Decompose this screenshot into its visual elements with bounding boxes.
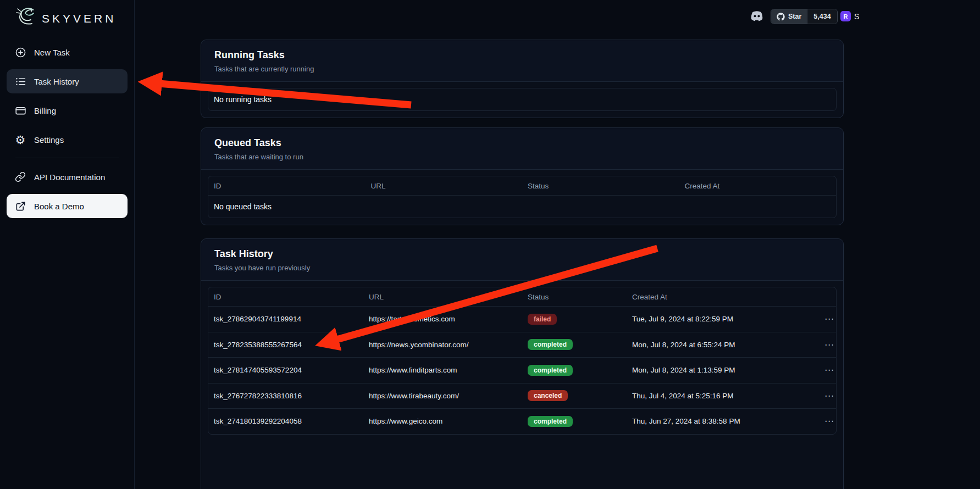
sidebar-nav: New Task Task History Billing ⚙ Settings [0, 40, 134, 218]
sidebar-item-label: Book a Demo [34, 202, 84, 211]
queued-tasks-header: Queued Tasks Tasks that are waiting to r… [201, 128, 843, 170]
card-subtitle: Tasks you have run previously [214, 264, 830, 272]
gear-icon: ⚙ [14, 134, 26, 146]
external-link-icon [14, 200, 26, 212]
task-row[interactable]: tsk_278629043741199914https://tartecosme… [208, 306, 836, 332]
task-status: completed [522, 416, 627, 427]
task-id: tsk_278147405593572204 [208, 366, 363, 374]
task-id: tsk_278629043741199914 [208, 315, 363, 323]
status-badge: completed [528, 365, 573, 376]
status-badge: failed [528, 314, 557, 325]
task-actions: ⋯ [819, 391, 837, 401]
task-created-at: Tue, Jul 9, 2024 at 8:22:59 PM [627, 315, 819, 323]
task-id: tsk_276727822333810816 [208, 392, 363, 400]
sidebar: SKYVERN New Task Task History [0, 0, 135, 489]
card-title: Running Tasks [214, 49, 830, 61]
task-row[interactable]: tsk_274180139292204058https://www.geico.… [208, 408, 836, 434]
sidebar-item-new-task[interactable]: New Task [7, 40, 128, 64]
github-icon [777, 13, 785, 21]
task-id: tsk_274180139292204058 [208, 417, 363, 425]
task-url: https://tartecosmetics.com [363, 315, 522, 323]
task-history-card: Task History Tasks you have run previous… [201, 238, 844, 489]
skyvern-logo-icon [12, 5, 37, 32]
list-icon [14, 75, 26, 87]
column-header: Created At [627, 293, 819, 301]
sidebar-item-label: Settings [34, 135, 64, 145]
column-header: Status [522, 182, 679, 190]
status-badge: canceled [528, 390, 568, 401]
task-status: canceled [522, 390, 627, 401]
sidebar-item-book-a-demo[interactable]: Book a Demo [7, 194, 128, 218]
task-actions: ⋯ [819, 340, 837, 349]
task-row[interactable]: tsk_278147405593572204https://www.findit… [208, 357, 836, 383]
task-url: https://news.ycombinator.com/ [363, 341, 522, 349]
task-url: https://www.geico.com [363, 417, 522, 425]
task-actions: ⋯ [819, 416, 837, 426]
github-star-label: Star [788, 13, 801, 20]
task-status: failed [522, 314, 627, 325]
status-badge: completed [528, 339, 573, 350]
sidebar-item-settings[interactable]: ⚙ Settings [7, 127, 128, 152]
sidebar-item-label: New Task [34, 48, 70, 57]
row-actions-button[interactable]: ⋯ [824, 391, 834, 401]
brand-name: SKYVERN [42, 12, 116, 25]
task-created-at: Mon, Jul 8, 2024 at 6:55:24 PM [627, 341, 819, 349]
task-url: https://www.tirabeauty.com/ [363, 392, 522, 400]
sidebar-divider [15, 158, 119, 158]
link-icon [14, 171, 26, 183]
sidebar-item-label: Billing [34, 106, 56, 115]
row-actions-button[interactable]: ⋯ [824, 314, 834, 324]
running-tasks-card: Running Tasks Tasks that are currently r… [201, 40, 844, 118]
github-star-widget[interactable]: Star 5,434 [771, 9, 838, 24]
plus-circle-icon [14, 46, 26, 58]
running-tasks-header: Running Tasks Tasks that are currently r… [201, 40, 843, 82]
card-subtitle: Tasks that are waiting to run [214, 153, 830, 161]
queued-table-head: IDURLStatusCreated At [208, 176, 836, 195]
sidebar-item-label: API Documentation [34, 173, 105, 182]
task-actions: ⋯ [819, 314, 837, 324]
history-table-body: tsk_278629043741199914https://tartecosme… [208, 306, 836, 434]
task-row[interactable]: tsk_278235388555267564https://news.ycomb… [208, 332, 836, 358]
queued-tasks-card: Queued Tasks Tasks that are waiting to r… [201, 127, 844, 225]
task-status: completed [522, 339, 627, 350]
sidebar-item-task-history[interactable]: Task History [7, 69, 128, 93]
row-actions-button[interactable]: ⋯ [824, 340, 834, 349]
user-label-clipped: S [854, 12, 859, 21]
credit-card-icon [14, 104, 26, 116]
card-title: Task History [214, 248, 830, 260]
task-id: tsk_278235388555267564 [208, 341, 363, 349]
sidebar-item-billing[interactable]: Billing [7, 98, 128, 123]
task-row[interactable]: tsk_276727822333810816https://www.tirabe… [208, 383, 836, 409]
column-header: ID [208, 293, 363, 301]
github-star-count: 5,434 [807, 9, 837, 24]
column-header: URL [363, 293, 522, 301]
status-badge: completed [528, 416, 573, 427]
running-empty-state: No running tasks [208, 88, 836, 110]
sidebar-item-api-documentation[interactable]: API Documentation [7, 165, 128, 189]
row-actions-button[interactable]: ⋯ [824, 416, 834, 426]
column-header: URL [366, 182, 523, 190]
task-history-header: Task History Tasks you have run previous… [201, 239, 843, 281]
sidebar-item-label: Task History [34, 77, 79, 86]
task-url: https://www.finditparts.com [363, 366, 522, 374]
task-created-at: Thu, Jul 4, 2024 at 5:25:16 PM [627, 392, 819, 400]
row-actions-button[interactable]: ⋯ [824, 365, 834, 375]
task-actions: ⋯ [819, 365, 837, 375]
card-subtitle: Tasks that are currently running [214, 65, 830, 73]
history-table-head: IDURLStatusCreated At [208, 287, 836, 306]
queued-empty-state: No queued tasks [208, 195, 836, 218]
task-created-at: Mon, Jul 8, 2024 at 1:13:59 PM [627, 366, 819, 374]
discord-icon[interactable] [750, 10, 764, 23]
brand-logo-link[interactable]: SKYVERN [0, 0, 134, 33]
column-header: Status [522, 293, 627, 301]
column-header: ID [208, 182, 366, 190]
task-created-at: Thu, Jun 27, 2024 at 8:38:58 PM [627, 417, 819, 425]
column-header: Created At [679, 182, 837, 190]
avatar[interactable]: R [840, 11, 851, 21]
task-status: completed [522, 365, 627, 376]
card-title: Queued Tasks [214, 137, 830, 149]
